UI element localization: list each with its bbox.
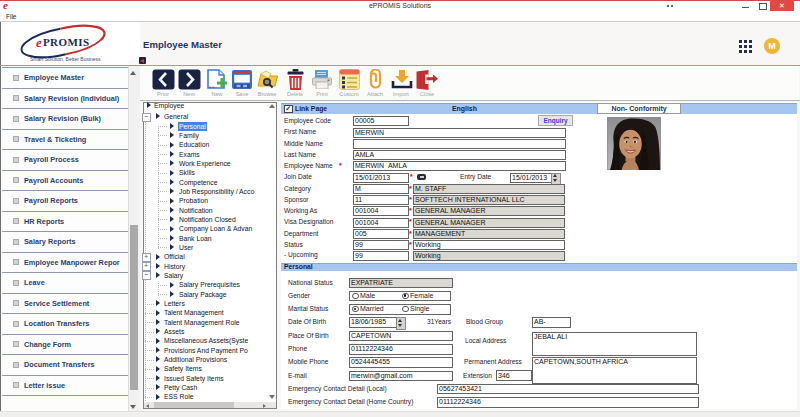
svg-text:PROMIS: PROMIS: [43, 36, 89, 48]
svg-text:Smart Solution, Better Busines: Smart Solution, Better Businessʾ: [30, 56, 103, 62]
svg-text:e: e: [36, 35, 42, 50]
